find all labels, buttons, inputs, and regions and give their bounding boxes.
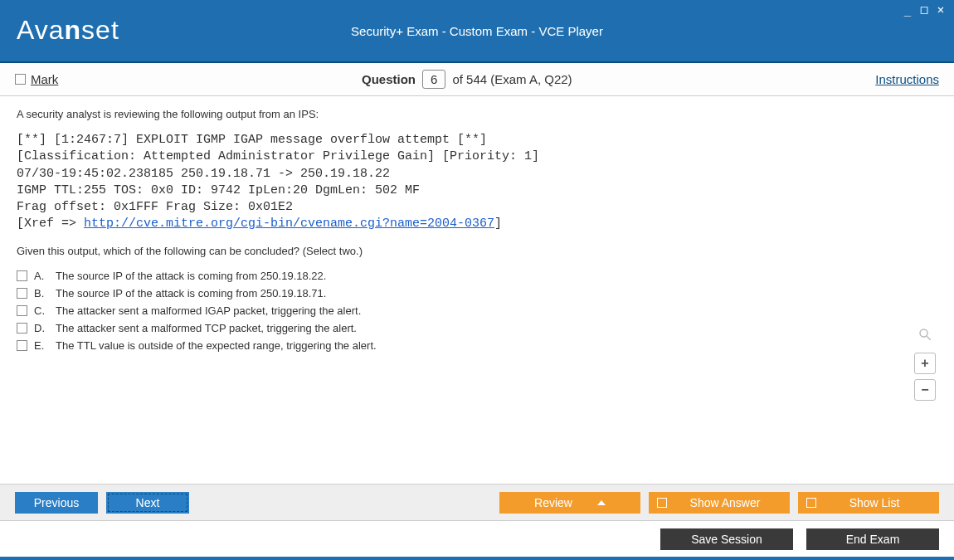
code-line: [Classification: Attempted Administrator…: [17, 149, 539, 163]
show-answer-label: Show Answer: [677, 496, 773, 509]
mark-label: Mark: [31, 72, 58, 86]
option-letter: C.: [34, 304, 49, 317]
option-checkbox[interactable]: [17, 305, 27, 316]
end-exam-button[interactable]: End Exam: [806, 528, 939, 550]
option-d[interactable]: D. The attacker sent a malformed TCP pac…: [17, 319, 937, 337]
option-letter: D.: [34, 322, 49, 334]
option-a[interactable]: A. The source IP of the attack is coming…: [17, 267, 937, 285]
review-label: Review: [534, 496, 572, 509]
search-icon[interactable]: [914, 326, 936, 348]
zoom-in-button[interactable]: +: [914, 353, 936, 374]
code-line: Frag offset: 0x1FFF Frag Size: 0x01E2: [17, 200, 293, 214]
session-footer: Save Session End Exam: [0, 520, 954, 557]
next-button[interactable]: Next: [106, 492, 189, 514]
question-content: A security analyst is reviewing the foll…: [0, 96, 954, 484]
show-list-button[interactable]: Show List: [798, 492, 939, 514]
answer-options: A. The source IP of the attack is coming…: [17, 267, 937, 354]
show-list-label: Show List: [826, 496, 922, 509]
code-line: 07/30-19:45:02.238185 250.19.18.71 -> 25…: [17, 167, 390, 181]
zoom-controls: + −: [914, 326, 936, 401]
option-e[interactable]: E. The TTL value is outside of the expec…: [17, 337, 937, 354]
maximize-button[interactable]: □: [917, 3, 931, 17]
question-word: Question: [362, 72, 416, 86]
question-stem: A security analyst is reviewing the foll…: [17, 108, 937, 120]
question-position: Question 6 of 544 (Exam A, Q22): [58, 70, 875, 89]
previous-button[interactable]: Previous: [15, 492, 98, 514]
zoom-out-button[interactable]: −: [914, 379, 936, 401]
option-c[interactable]: C. The attacker sent a malformed IGAP pa…: [17, 302, 937, 319]
show-answer-button[interactable]: Show Answer: [649, 492, 790, 514]
svg-point-0: [920, 329, 927, 337]
code-line: IGMP TTL:255 TOS: 0x0 ID: 9742 IpLen:20 …: [17, 183, 420, 197]
option-letter: A.: [34, 270, 49, 282]
minimize-button[interactable]: _: [901, 3, 914, 17]
app-window: Avanset Security+ Exam - Custom Exam - V…: [0, 0, 954, 560]
save-session-button[interactable]: Save Session: [660, 528, 793, 550]
option-text: The source IP of the attack is coming fr…: [56, 270, 326, 282]
show-list-checkbox[interactable]: [806, 498, 816, 508]
nav-footer: Previous Next Review Show Answer Show Li…: [0, 484, 954, 520]
show-answer-checkbox[interactable]: [657, 498, 667, 508]
option-checkbox[interactable]: [17, 323, 27, 334]
logo: Avanset: [17, 15, 119, 46]
mark-checkbox-wrap[interactable]: Mark: [15, 72, 58, 86]
question-header: Mark Question 6 of 544 (Exam A, Q22) Ins…: [0, 63, 954, 96]
code-xref-prefix: [Xref =>: [17, 217, 84, 231]
option-checkbox[interactable]: [17, 340, 27, 351]
bottom-accent-bar: [0, 557, 954, 560]
ips-output: [**] [1:2467:7] EXPLOIT IGMP IGAP messag…: [17, 132, 937, 233]
window-controls: _ □ ✕: [901, 3, 947, 17]
question-number-input[interactable]: 6: [422, 70, 445, 89]
instructions-link[interactable]: Instructions: [875, 72, 939, 86]
mark-checkbox[interactable]: [15, 74, 26, 85]
titlebar: Avanset Security+ Exam - Custom Exam - V…: [0, 0, 954, 63]
option-letter: E.: [34, 339, 49, 352]
question-prompt: Given this output, which of the followin…: [17, 245, 937, 257]
option-checkbox[interactable]: [17, 288, 27, 299]
option-text: The source IP of the attack is coming fr…: [56, 287, 326, 299]
chevron-up-icon: [597, 500, 606, 505]
option-b[interactable]: B. The source IP of the attack is coming…: [17, 285, 937, 302]
review-button[interactable]: Review: [499, 492, 640, 514]
cve-link[interactable]: http://cve.mitre.org/cgi-bin/cvename.cgi…: [84, 217, 494, 231]
option-letter: B.: [34, 287, 49, 299]
svg-line-1: [927, 336, 931, 340]
window-title: Security+ Exam - Custom Exam - VCE Playe…: [0, 0, 954, 63]
option-text: The attacker sent a malformed TCP packet…: [56, 322, 357, 334]
option-checkbox[interactable]: [17, 270, 27, 281]
code-line: [**] [1:2467:7] EXPLOIT IGMP IGAP messag…: [17, 133, 487, 147]
option-text: The TTL value is outside of the expected…: [56, 339, 377, 352]
question-of-text: of 544 (Exam A, Q22): [452, 72, 572, 86]
code-xref-suffix: ]: [494, 217, 502, 231]
close-button[interactable]: ✕: [934, 3, 947, 17]
option-text: The attacker sent a malformed IGAP packe…: [56, 304, 361, 317]
